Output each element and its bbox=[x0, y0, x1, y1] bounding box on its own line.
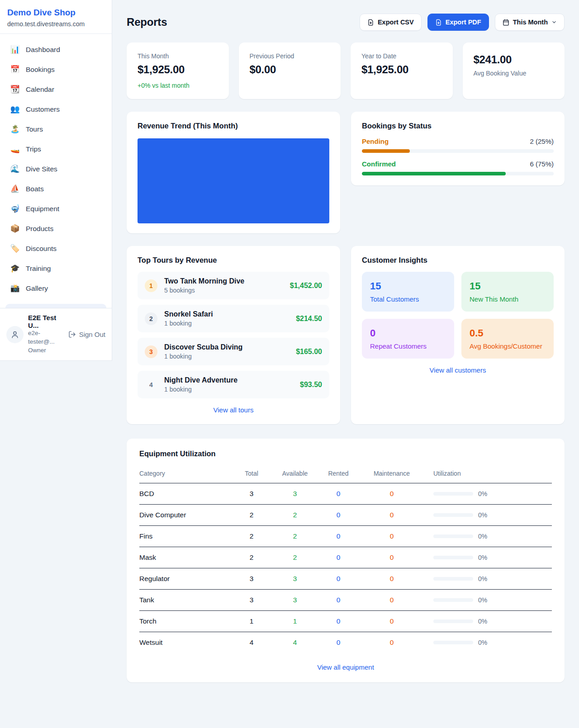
status-label: Pending bbox=[362, 137, 389, 145]
equipment-category: Regulator bbox=[139, 575, 230, 583]
equipment-rented: 0 bbox=[317, 638, 360, 647]
utilization-percent: 0% bbox=[478, 618, 487, 625]
equipment-available: 3 bbox=[273, 575, 317, 583]
equipment-category: Mask bbox=[139, 553, 230, 562]
tour-name: Discover Scuba Diving bbox=[164, 343, 289, 351]
file-download-icon bbox=[435, 19, 442, 26]
nav-item-label: Training bbox=[26, 265, 51, 273]
equipment-maintenance: 0 bbox=[360, 511, 423, 519]
equipment-maintenance: 0 bbox=[360, 638, 423, 647]
export-pdf-label: Export PDF bbox=[446, 19, 481, 26]
nav-item-icon: 📸 bbox=[10, 284, 20, 293]
view-all-customers-link[interactable]: View all customers bbox=[362, 366, 554, 374]
nav-item-label: Boats bbox=[26, 185, 44, 193]
equipment-category: Wetsuit bbox=[139, 638, 230, 647]
nav-item-label: Calendar bbox=[26, 85, 54, 94]
status-count: 2 (25%) bbox=[530, 137, 554, 145]
sidebar-item-bookings[interactable]: 📅 Bookings bbox=[5, 60, 106, 79]
equipment-total: 3 bbox=[230, 575, 273, 583]
user-info: E2E Test U... e2e-tester@... Owner bbox=[28, 314, 64, 355]
status-label: Confirmed bbox=[362, 160, 396, 168]
sidebar-item-calendar[interactable]: 📆 Calendar bbox=[5, 80, 106, 99]
sidebar-item-training[interactable]: 🎓 Training bbox=[5, 259, 106, 278]
sidebar-item-tours[interactable]: 🏝️ Tours bbox=[5, 120, 106, 138]
equipment-rented: 0 bbox=[317, 553, 360, 562]
charts-row: Revenue Trend (This Month) Bookings by S… bbox=[127, 112, 565, 233]
customer-insights-card: Customer Insights 15 Total Customers 15 … bbox=[351, 246, 565, 424]
equipment-maintenance: 0 bbox=[360, 596, 423, 604]
nav-item-label: Dive Sites bbox=[26, 165, 57, 173]
sidebar-item-equipment[interactable]: 🤿 Equipment bbox=[5, 199, 106, 218]
insight-tile: 15 New This Month bbox=[461, 272, 554, 312]
tour-row: 1 Two Tank Morning Dive 5 bookings $1,45… bbox=[138, 272, 329, 299]
sidebar-item-pos[interactable]: 💳 POS bbox=[5, 299, 106, 304]
tour-row: 2 Snorkel Safari 1 booking $214.50 bbox=[138, 305, 329, 332]
sidebar: Demo Dive Shop demo.test.divestreams.com… bbox=[0, 0, 112, 361]
stat-label: Avg Booking Value bbox=[474, 70, 554, 77]
equipment-row: Dive Computer 2 2 0 0 0% bbox=[139, 505, 552, 526]
column-header-maintenance: Maintenance bbox=[360, 470, 423, 477]
nav-item-label: Customers bbox=[26, 105, 60, 113]
chevron-down-icon bbox=[551, 19, 557, 25]
equipment-maintenance: 0 bbox=[360, 553, 423, 562]
user-section: E2E Test U... e2e-tester@... Owner Sign … bbox=[0, 308, 112, 360]
sidebar-item-customers[interactable]: 👥 Customers bbox=[5, 100, 106, 118]
rank-badge: 3 bbox=[145, 345, 157, 358]
sidebar-item-discounts[interactable]: 🏷️ Discounts bbox=[5, 239, 106, 258]
insight-value: 0 bbox=[370, 327, 446, 339]
sidebar-item-gallery[interactable]: 📸 Gallery bbox=[5, 279, 106, 298]
export-csv-button[interactable]: Export CSV bbox=[360, 14, 422, 31]
revenue-trend-title: Revenue Trend (This Month) bbox=[138, 122, 329, 130]
brand-domain: demo.test.divestreams.com bbox=[7, 20, 104, 28]
utilization-percent: 0% bbox=[478, 554, 487, 561]
tour-name: Snorkel Safari bbox=[164, 310, 289, 318]
sidebar-item-products[interactable]: 📦 Products bbox=[5, 219, 106, 238]
column-header-utilization: Utilization bbox=[423, 470, 552, 477]
sidebar-item-dashboard[interactable]: 📊 Dashboard bbox=[5, 40, 106, 59]
nav-item-icon: 📦 bbox=[10, 224, 20, 233]
equipment-available: 4 bbox=[273, 638, 317, 647]
column-header-category: Category bbox=[139, 470, 230, 477]
sidebar-item-boats[interactable]: ⛵ Boats bbox=[5, 180, 106, 198]
tour-bookings: 1 booking bbox=[164, 386, 293, 393]
utilization-bar-track bbox=[433, 492, 473, 496]
tour-revenue: $214.50 bbox=[296, 315, 322, 323]
equipment-available: 2 bbox=[273, 532, 317, 540]
insight-tile: 0 Repeat Customers bbox=[362, 319, 454, 359]
nav-item-icon: 🏝️ bbox=[10, 124, 20, 134]
nav-item-label: Discounts bbox=[26, 245, 57, 253]
equipment-rented: 0 bbox=[317, 490, 360, 498]
calendar-icon bbox=[503, 19, 509, 26]
nav-item-icon: 🤿 bbox=[10, 204, 20, 213]
view-all-tours-link[interactable]: View all tours bbox=[138, 406, 329, 414]
revenue-trend-card: Revenue Trend (This Month) bbox=[127, 112, 340, 233]
sidebar-item-trips[interactable]: 🚤 Trips bbox=[5, 140, 106, 158]
sidebar-item-dive-sites[interactable]: 🌊 Dive Sites bbox=[5, 160, 106, 178]
export-pdf-button[interactable]: Export PDF bbox=[427, 14, 489, 31]
insight-tile: 15 Total Customers bbox=[362, 272, 454, 312]
view-all-equipment-link[interactable]: View all equipment bbox=[139, 663, 552, 671]
nav-item-label: Dashboard bbox=[26, 46, 60, 54]
stat-card-avg-booking-value: $241.00 Avg Booking Value bbox=[463, 43, 565, 99]
equipment-category: Torch bbox=[139, 617, 230, 625]
stat-card-year-to-date: Year to Date $1,925.00 bbox=[351, 43, 453, 99]
equipment-row: Torch 1 1 0 0 0% bbox=[139, 611, 552, 632]
rank-badge: 2 bbox=[145, 312, 157, 325]
utilization-bar-track bbox=[433, 577, 473, 581]
equipment-row: BCD 3 3 0 0 0% bbox=[139, 483, 552, 505]
nav-item-icon: 🌊 bbox=[10, 164, 20, 174]
sign-out-button[interactable]: Sign Out bbox=[68, 331, 105, 338]
rank-badge: 4 bbox=[145, 378, 157, 391]
top-tours-title: Top Tours by Revenue bbox=[138, 256, 329, 265]
period-label: This Month bbox=[513, 19, 548, 26]
status-row: Pending 2 (25%) bbox=[362, 137, 554, 153]
utilization-percent: 0% bbox=[478, 511, 487, 519]
equipment-rented: 0 bbox=[317, 617, 360, 625]
nav-item-label: Gallery bbox=[26, 284, 48, 293]
tour-revenue: $165.00 bbox=[296, 348, 322, 356]
sidebar-item-partial-highlight[interactable] bbox=[5, 304, 106, 308]
period-dropdown[interactable]: This Month bbox=[495, 14, 565, 31]
equipment-maintenance: 0 bbox=[360, 617, 423, 625]
nav-item-icon: ⛵ bbox=[10, 184, 20, 194]
brand-title: Demo Dive Shop bbox=[7, 8, 104, 18]
